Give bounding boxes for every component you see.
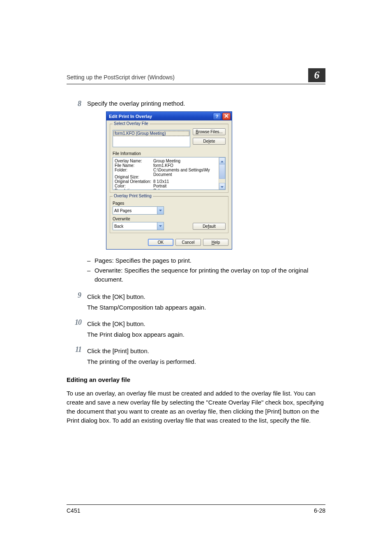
step-11: 11 Click the [Print] button. The printin…: [67, 345, 325, 368]
step-text: The printing of the overlay is performed…: [87, 357, 325, 366]
step-text: Click the [OK] button.: [87, 292, 325, 301]
running-title: Setting up the PostScript driver (Window…: [67, 74, 325, 84]
header-divider: [67, 84, 325, 84]
default-button[interactable]: Default: [193, 223, 226, 230]
info-value: Group Meeting: [153, 159, 218, 163]
overlay-file-list[interactable]: form1.KFO (Group Meeting): [113, 130, 190, 147]
scroll-down-button[interactable]: [219, 183, 225, 190]
browse-files-button[interactable]: Browse Files...: [193, 128, 226, 135]
file-information-label: File Information: [113, 151, 226, 156]
step-8-bullets: – Pages: Specifies the pages to print. –…: [87, 256, 325, 284]
step-8: 8 Specify the overlay printing method.: [67, 99, 325, 108]
scroll-up-button[interactable]: [219, 157, 225, 164]
dialog-title: Edit Print In Overlay: [109, 114, 152, 119]
step-text: Click the [OK] button.: [87, 319, 325, 328]
overlay-print-setting-group: Overlay Print Setting Pages All Pages Ov…: [110, 196, 228, 233]
edit-print-in-overlay-dialog: Edit Print In Overlay ? Select Overlay: [106, 111, 232, 250]
step-9: 9 Click the [OK] button. The Stamp/Compo…: [67, 291, 325, 314]
info-label: Original Size:: [115, 175, 153, 179]
section-paragraph: To use an overlay, an overlay file must …: [67, 389, 325, 425]
titlebar-help-button[interactable]: ?: [213, 113, 221, 120]
content-column: Setting up the PostScript driver (Window…: [67, 16, 325, 425]
pages-select[interactable]: All Pages: [113, 206, 164, 215]
info-label: Color:: [115, 184, 153, 188]
info-label: Folder:: [115, 168, 153, 172]
step-number: 10: [67, 318, 87, 327]
step-text: The Print dialog box appears again.: [87, 330, 325, 339]
dialog-bottom-buttons: OK Cancel Help: [110, 236, 228, 246]
ok-button[interactable]: OK: [148, 239, 173, 246]
dash-icon: –: [87, 266, 95, 284]
pages-select-value: All Pages: [114, 208, 131, 213]
pages-label: Pages: [113, 201, 226, 206]
step-text: Click the [Print] button.: [87, 347, 325, 356]
scroll-thumb[interactable]: [219, 164, 225, 179]
close-icon: [224, 114, 228, 119]
help-icon: ?: [216, 114, 219, 119]
cancel-button[interactable]: Cancel: [175, 239, 201, 246]
overwrite-select-value: Back: [114, 224, 123, 229]
info-label: File Name:: [115, 163, 153, 168]
page-header: Setting up the PostScript driver (Window…: [67, 16, 325, 84]
info-label: Overlay Name:: [115, 159, 153, 163]
overlay-file-list-item[interactable]: form1.KFO (Group Meeting): [113, 131, 189, 136]
overwrite-label: Overwrite: [113, 217, 226, 221]
footer-right: 6-28: [314, 507, 325, 514]
group-legend: Select Overlay File: [113, 121, 150, 126]
step-number: 11: [67, 345, 87, 354]
section-heading: Editing an overlay file: [67, 376, 325, 383]
footer-left: C451: [67, 507, 80, 514]
page-footer: C451 6-28: [67, 504, 325, 514]
body-block: 8 Specify the overlay printing method. E…: [67, 99, 325, 425]
step-number: 9: [67, 291, 87, 300]
titlebar-close-button[interactable]: [222, 113, 231, 120]
info-value: Color: [153, 188, 218, 190]
bullet-item: – Overwrite: Specifies the sequence for …: [87, 266, 325, 284]
dialog-titlebar[interactable]: Edit Print In Overlay ?: [106, 112, 232, 120]
info-label: Original Orientation:: [115, 179, 153, 184]
chevron-down-icon: [157, 222, 164, 230]
help-button[interactable]: Help: [203, 239, 228, 246]
bullet-text: Pages: Specifies the pages to print.: [95, 256, 191, 265]
bullet-item: – Pages: Specifies the pages to print.: [87, 256, 325, 265]
document-page: Setting up the PostScript driver (Window…: [0, 0, 392, 555]
delete-button[interactable]: Delete: [193, 138, 226, 145]
info-value: 8 1/2x11: [153, 179, 218, 184]
info-value: C:\Documents and Settings\My Document: [153, 168, 218, 177]
step-10: 10 Click the [OK] button. The Print dial…: [67, 318, 325, 341]
chevron-up-icon: [221, 159, 224, 163]
file-information-box: Overlay Name: File Name: Folder: Origina…: [113, 157, 226, 190]
chapter-number-badge: 6: [308, 68, 325, 82]
info-label: Resolution:: [115, 188, 153, 190]
info-scrollbar[interactable]: [219, 157, 225, 190]
chevron-down-icon: [157, 207, 164, 214]
group-legend: Overlay Print Setting: [113, 194, 153, 198]
select-overlay-file-group: Select Overlay File form1.KFO (Group Mee…: [110, 124, 228, 193]
dialog-body: Select Overlay File form1.KFO (Group Mee…: [106, 120, 232, 249]
overwrite-select[interactable]: Back: [113, 222, 164, 230]
scroll-track[interactable]: [219, 179, 225, 183]
bullet-text: Overwrite: Specifies the sequence for pr…: [95, 266, 325, 284]
chevron-down-icon: [221, 184, 224, 189]
step-text: The Stamp/Composition tab appears again.: [87, 303, 325, 312]
info-value: Portrait: [153, 184, 218, 188]
dash-icon: –: [87, 256, 95, 265]
step-text: Specify the overlay printing method.: [87, 99, 325, 108]
step-number: 8: [67, 99, 87, 108]
info-value: form1.KFO: [153, 163, 218, 168]
